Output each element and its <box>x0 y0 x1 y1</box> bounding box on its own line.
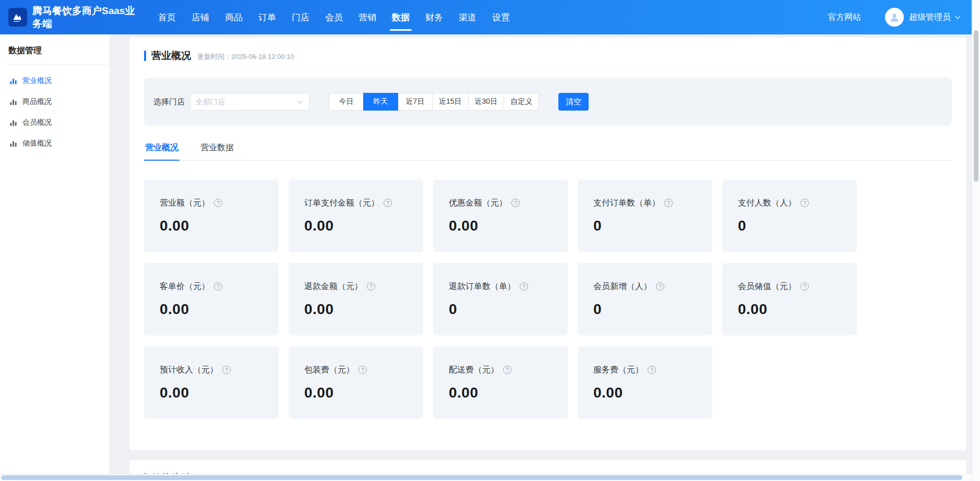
store-select-input[interactable] <box>196 98 296 106</box>
date-range-button[interactable]: 昨天 <box>363 93 398 111</box>
sidebar-item[interactable]: 储值概况 <box>0 133 110 154</box>
official-site-link[interactable]: 官方网站 <box>828 12 861 23</box>
help-icon[interactable] <box>358 366 367 374</box>
bar-chart-icon <box>9 98 17 106</box>
horizontal-scrollbar[interactable] <box>0 474 972 481</box>
sidebar-item[interactable]: 营业概况 <box>0 70 110 91</box>
tab[interactable]: 营业数据 <box>199 137 235 160</box>
nav-item[interactable]: 会员 <box>317 0 351 34</box>
stat-value: 0.00 <box>449 218 568 234</box>
stat-card: 客单价（元）0.00 <box>144 263 279 335</box>
stat-label: 营业额（元） <box>160 198 210 209</box>
store-select-label: 选择门店 <box>153 97 185 107</box>
username[interactable]: 超级管理员 <box>909 12 951 23</box>
top-nav: 首页店铺商品订单门店会员营销数据财务渠道设置 <box>150 0 518 34</box>
stat-label: 客单价（元） <box>160 281 210 292</box>
help-icon[interactable] <box>800 199 809 207</box>
stat-value: 0 <box>593 218 712 234</box>
nav-item[interactable]: 设置 <box>484 0 518 34</box>
stat-label: 支付订单数（单） <box>593 198 660 209</box>
stat-label: 优惠金额（元） <box>449 198 507 209</box>
vertical-scrollbar[interactable] <box>972 0 980 481</box>
nav-item[interactable]: 商品 <box>217 0 250 34</box>
date-range-button[interactable]: 近30日 <box>468 93 505 111</box>
stat-label-row: 服务费（元） <box>593 365 712 376</box>
avatar[interactable] <box>885 8 904 27</box>
date-range-group: 今日昨天近7日近15日近30日自定义 <box>329 93 539 111</box>
store-select[interactable] <box>190 93 309 111</box>
nav-item[interactable]: 渠道 <box>451 0 484 34</box>
header-right: 官方网站 超级管理员 <box>828 8 961 27</box>
stat-card: 预计收入（元）0.00 <box>144 346 279 419</box>
stat-value: 0.00 <box>160 301 279 318</box>
sidebar-item[interactable]: 商品概况 <box>0 91 110 112</box>
stat-card: 退款金额（元）0.00 <box>289 263 423 335</box>
date-range-button[interactable]: 近15日 <box>432 93 469 111</box>
stat-label-row: 会员新增（人） <box>593 281 712 292</box>
date-range-button[interactable]: 今日 <box>329 93 364 111</box>
sidebar-item-label: 储值概况 <box>22 139 52 148</box>
help-icon[interactable] <box>648 366 656 374</box>
stat-label-row: 配送费（元） <box>449 365 568 376</box>
sidebar-menu: 营业概况商品概况会员概况储值概况 <box>0 65 110 154</box>
chevron-down-icon[interactable] <box>954 14 961 21</box>
nav-item[interactable]: 订单 <box>250 0 284 34</box>
app-logo-icon <box>8 8 27 27</box>
help-icon[interactable] <box>222 366 231 374</box>
app-logo[interactable]: 腾马餐饮多商户Saas业务端 <box>8 4 137 30</box>
trend-card: 趋势统计 <box>129 460 966 474</box>
horizontal-scrollbar-thumb[interactable] <box>1 475 962 480</box>
help-icon[interactable] <box>656 282 664 291</box>
nav-item[interactable]: 数据 <box>384 0 417 34</box>
help-icon[interactable] <box>214 199 222 207</box>
vertical-scrollbar-thumb[interactable] <box>974 30 978 182</box>
stat-card: 订单支付金额（元）0.00 <box>289 179 423 252</box>
help-icon[interactable] <box>520 282 528 291</box>
stat-label-row: 优惠金额（元） <box>449 198 568 209</box>
stat-value: 0.00 <box>160 218 279 234</box>
stats-grid: 营业额（元）0.00订单支付金额（元）0.00优惠金额（元）0.00支付订单数（… <box>144 179 952 419</box>
stat-card: 营业额（元）0.00 <box>144 179 279 252</box>
stat-card: 配送费（元）0.00 <box>433 346 568 419</box>
user-icon <box>889 11 900 23</box>
tab[interactable]: 营业概况 <box>144 137 180 160</box>
stat-label-row: 支付人数（人） <box>738 198 857 209</box>
stat-label: 配送费（元） <box>449 365 499 376</box>
nav-item[interactable]: 店铺 <box>184 0 217 34</box>
stat-label-row: 订单支付金额（元） <box>304 198 423 209</box>
stat-label: 退款金额（元） <box>304 281 363 292</box>
stat-card: 退款订单数（单）0 <box>433 263 568 335</box>
sidebar-item-label: 营业概况 <box>22 76 52 86</box>
overview-section-header: 营业概况 更新时间：2025-06-18 12:00:10 <box>144 49 952 63</box>
nav-item[interactable]: 门店 <box>284 0 317 34</box>
stat-card: 会员储值（元）0.00 <box>722 263 857 335</box>
help-icon[interactable] <box>511 199 520 207</box>
help-icon[interactable] <box>800 282 809 291</box>
clear-button[interactable]: 清空 <box>558 93 589 111</box>
page-title: 营业概况 <box>151 49 191 63</box>
stat-label: 预计收入（元） <box>160 365 218 376</box>
sidebar-title: 数据管理 <box>0 34 110 64</box>
help-icon[interactable] <box>214 282 222 291</box>
nav-item[interactable]: 营销 <box>351 0 384 34</box>
section-accent-bar <box>144 51 146 61</box>
date-range-button[interactable]: 近7日 <box>398 93 433 111</box>
bar-chart-icon <box>9 77 17 85</box>
help-icon[interactable] <box>503 366 511 374</box>
stat-value: 0.00 <box>160 384 279 401</box>
stat-value: 0.00 <box>304 301 423 318</box>
help-icon[interactable] <box>367 282 375 291</box>
help-icon[interactable] <box>664 199 673 207</box>
help-icon[interactable] <box>384 199 392 207</box>
sidebar: 数据管理 营业概况商品概况会员概况储值概况 <box>0 34 110 474</box>
nav-item[interactable]: 首页 <box>150 0 184 34</box>
overview-tabs: 营业概况营业数据 <box>144 137 952 161</box>
stat-card: 会员新增（人）0 <box>578 263 712 335</box>
app-title: 腾马餐饮多商户Saas业务端 <box>32 4 137 30</box>
date-range-button[interactable]: 自定义 <box>504 93 539 111</box>
sidebar-item[interactable]: 会员概况 <box>0 112 110 133</box>
stat-label-row: 预计收入（元） <box>160 365 279 376</box>
stat-value: 0.00 <box>738 301 857 318</box>
stat-label-row: 客单价（元） <box>160 281 279 292</box>
nav-item[interactable]: 财务 <box>417 0 451 34</box>
